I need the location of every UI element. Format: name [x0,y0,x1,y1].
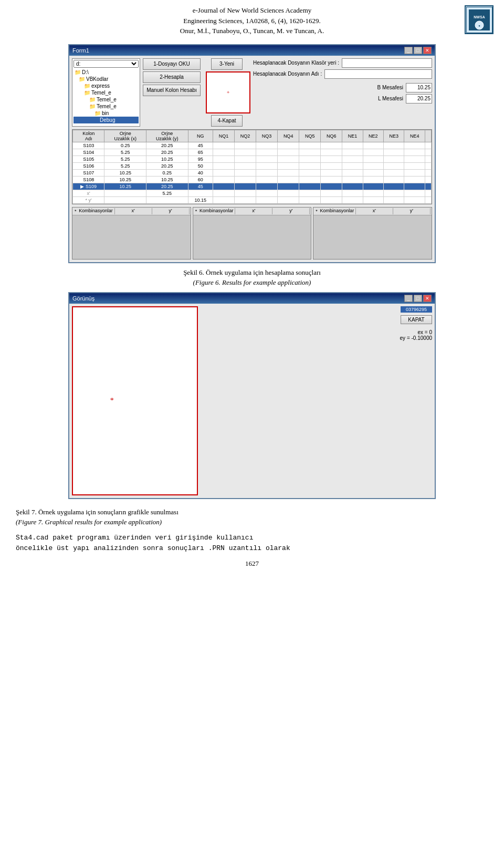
journal-info: Engineering Sciences, 1A0268, 6, (4), 16… [39,16,465,26]
col-header-ox: OrjneUzaklık (x) [104,130,146,142]
table-row: x'5.25 [73,190,432,196]
win-controls: _ □ ✕ [404,47,432,54]
close-form-button[interactable]: 4-Kapat [211,115,243,127]
b-mesafe-input[interactable] [406,83,432,92]
bottom-panel-header-3: * Kombinasyonlar x' y' [313,208,432,215]
page-header: e-Journal of New World Sciences Academy … [0,0,504,39]
col-header-nq3: NQ3 [256,130,278,142]
figure6-caption: Şekil 6. Örnek uygulama için hesaplama s… [16,267,488,288]
goruntus-maximize-button[interactable]: □ [414,295,422,302]
goruntus-minimize-button[interactable]: _ [404,295,413,302]
col-header-nq1: NQ1 [213,130,235,142]
goruntus-body: * 03796295 KAPAT ex = 0 ey = -0.10000 [69,304,435,498]
l-mesafe-row: L Mesafesi [253,94,432,103]
read-file-button[interactable]: 1-Dosyayı OKU [143,58,201,70]
bottom-panel-1: * Kombinasyonlar x' y' [72,207,191,260]
bp-col-kombinasyonlar-3: Kombinasyonlar [319,208,356,214]
file-path-input[interactable] [342,58,432,68]
goruntus-canvas: * [72,306,198,495]
figure7-caption-tr: Örnek uygulama için sonuçların grafikle … [38,508,178,516]
bp-col-x-2: x' [235,208,272,214]
table-body: S1030.2520.2545 S1045.2520.2565 S1055.25… [73,142,432,203]
manual-column-button[interactable]: Manuel Kolon Hesabı [143,85,201,96]
main-content: Form1 _ □ ✕ d: 📁D:\ 📁VBKodlar 📁express 📁… [0,39,504,579]
figure7-number: Şekil 7. [16,508,37,516]
file-info-section: Hesaplanacak Dosyanın Klasör yeri : Hesa… [253,58,432,127]
kapat-button[interactable]: KAPAT [401,315,432,324]
bp-col-y-2: y' [272,208,310,214]
bottom-panel-3: * Kombinasyonlar x' y' [313,207,432,260]
l-mesafe-label: L Mesafesi [378,96,403,101]
close-button[interactable]: ✕ [423,47,432,54]
l-mesafe-input[interactable] [406,94,432,103]
data-table: KolonAdı OrjneUzaklık (x) OrjneUzaklık (… [72,130,432,204]
col-header-oy: OrjneUzaklık (y) [146,130,188,142]
form1-window: Form1 _ □ ✕ d: 📁D:\ 📁VBKodlar 📁express 📁… [68,44,436,263]
col-header-ng: NG [188,130,213,142]
svg-text:NWSA: NWSA [474,15,485,19]
tree-item-root: 📁D:\ [74,69,139,76]
bp-col-x-1: x' [115,208,152,214]
goruntus-window: Görünüş _ □ ✕ * 03796295 KAPAT ex = 0 ey… [68,292,436,499]
tree-item-temel1: 📁Temel_e [74,89,139,96]
goruntus-marker: * [110,397,114,405]
file-tree-panel: d: 📁D:\ 📁VBKodlar 📁express 📁Temel_e 📁Tem… [72,58,140,127]
svg-text:●: ● [478,24,480,27]
new-close-panel: 3-Yeni + 4-Kapat [203,58,250,127]
file-path-label: Hesaplanacak Dosyanın Klasör yeri : [253,60,339,66]
table-row: * y'10.15 [73,196,432,203]
header-text: e-Journal of New World Sciences Academy … [39,5,465,36]
bp-star-3: * [314,208,319,214]
mesafe-panel: B Mesafesi L Mesafesi [253,83,432,103]
tree-item-vbkodlar: 📁VBKodlar [74,76,139,82]
drive-select[interactable]: d: [74,60,139,68]
b-mesafe-row: B Mesafesi [253,83,432,92]
yeni-box: + [206,71,250,113]
figure7-caption-en-intro: (Figure 7. [16,518,43,526]
bp-col-y-1: y' [152,208,190,214]
col-header-ne3: NE3 [384,130,404,142]
col-header-ne4: NE4 [404,130,425,142]
table-row: S1030.2520.2545 [73,142,432,149]
nwsa-logo: NWSA ● [465,5,494,34]
col-header-ne2: NE2 [363,130,383,142]
form1-title: Form1 [72,47,89,54]
data-table-wrapper: KolonAdı OrjneUzaklık (x) OrjneUzaklık (… [72,129,432,204]
goruntus-coords: ex = 0 ey = -0.10000 [400,329,432,341]
bp-col-kombinasyonlar-1: Kombinasyonlar [78,208,115,214]
col-header-name: KolonAdı [73,130,104,142]
table-header-row: KolonAdı OrjneUzaklık (x) OrjneUzaklık (… [73,130,432,142]
yeni-inner-plus: + [207,72,249,112]
goruntus-title: Görünüş [72,295,94,302]
tree-item-bin: 📁bin [74,110,139,117]
col-header-nq4: NQ4 [278,130,299,142]
paragraph-line2: öncelikle üst yapı analizinden sonra son… [16,543,488,554]
calculate-button[interactable]: 2-Hesapla [143,71,201,83]
minimize-button[interactable]: _ [404,47,413,54]
new-button[interactable]: 3-Yeni [211,58,243,70]
table-row: S10810.2510.2560 [73,176,432,183]
col-header-nq2: NQ2 [235,130,256,142]
journal-authors: Onur, M.İ., Tunaboyu, O., Tuncan, M. ve … [39,26,465,36]
page-number: 1627 [16,559,488,568]
figure6-caption-tr: Örnek uygulama için hesaplama sonuçları [206,268,321,276]
col-header-nq5: NQ5 [299,130,321,142]
goruntus-id-code: 03796295 [401,306,432,313]
col-header-ne1: NE1 [342,130,363,142]
goruntus-ex: ex = 0 [400,329,432,335]
top-right-row: 1-Dosyayı OKU 2-Hesapla Manuel Kolon Hes… [143,58,432,127]
maximize-button[interactable]: □ [414,47,422,54]
col-header-scroll [425,130,432,142]
goruntus-close-button[interactable]: ✕ [423,295,432,302]
tree-item-express: 📁express [74,82,139,89]
table-row: S1055.2510.2595 [73,156,432,162]
goruntus-win-controls: _ □ ✕ [404,295,432,302]
file-name-input[interactable] [324,69,432,79]
buttons-panel: 1-Dosyayı OKU 2-Hesapla Manuel Kolon Hes… [143,58,201,127]
bottom-panel-header-2: * Kombinasyonlar x' y' [193,208,311,215]
tree-item-temel3: 📁Temel_e [74,103,139,110]
figure7-caption-en: Graphical results for example applicatio… [45,518,162,526]
tree-item-temel2: 📁Temel_e [74,96,139,103]
table-row-selected: ▶ S10910.2520.2545 [73,183,432,190]
table-row: S10710.250.2540 [73,169,432,176]
